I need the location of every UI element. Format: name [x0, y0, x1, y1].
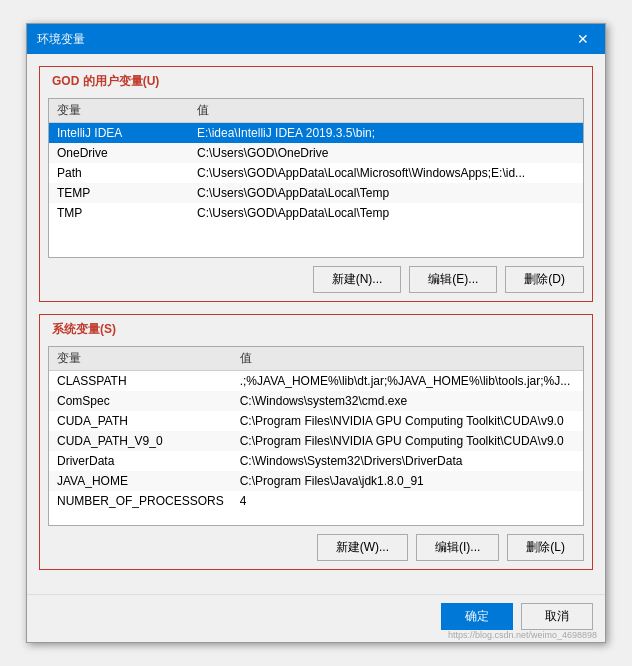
sys-table-row[interactable]: ComSpecC:\Windows\system32\cmd.exe: [49, 391, 583, 411]
watermark: https://blog.csdn.net/weimo_4698898: [448, 630, 597, 640]
user-var-cell: TEMP: [49, 183, 189, 203]
sys-val-cell: C:\Program Files\NVIDIA GPU Computing To…: [232, 411, 583, 431]
user-val-cell: C:\Users\GOD\AppData\Local\Microsoft\Win…: [189, 163, 583, 183]
sys-var-cell: CUDA_PATH: [49, 411, 232, 431]
sys-var-cell: ComSpec: [49, 391, 232, 411]
user-table-header-row: 变量 值: [49, 99, 583, 123]
user-var-cell: Path: [49, 163, 189, 183]
user-buttons-row: 新建(N)... 编辑(E)... 删除(D): [48, 266, 584, 293]
sys-val-cell: C:\Program Files\Java\jdk1.8.0_91: [232, 471, 583, 491]
user-variables-table: 变量 值 IntelliJ IDEAE:\idea\IntelliJ IDEA …: [49, 99, 583, 223]
sys-variables-table-container[interactable]: 变量 值 CLASSPATH.;%JAVA_HOME%\lib\dt.jar;%…: [48, 346, 584, 526]
user-val-cell: C:\Users\GOD\AppData\Local\Temp: [189, 203, 583, 223]
cancel-button[interactable]: 取消: [521, 603, 593, 630]
user-col-var-header: 变量: [49, 99, 189, 123]
sys-var-cell: JAVA_HOME: [49, 471, 232, 491]
user-table-row[interactable]: TMPC:\Users\GOD\AppData\Local\Temp: [49, 203, 583, 223]
user-var-cell: TMP: [49, 203, 189, 223]
confirm-button[interactable]: 确定: [441, 603, 513, 630]
sys-variables-table: 变量 值 CLASSPATH.;%JAVA_HOME%\lib\dt.jar;%…: [49, 347, 583, 511]
sys-table-row[interactable]: DriverDataC:\Windows\System32\Drivers\Dr…: [49, 451, 583, 471]
sys-table-row[interactable]: CUDA_PATH_V9_0C:\Program Files\NVIDIA GP…: [49, 431, 583, 451]
sys-variables-section: 系统变量(S) 变量 值 CLASSPATH.;%JAVA_HOME%\lib\…: [39, 314, 593, 570]
sys-val-cell: C:\Program Files\NVIDIA GPU Computing To…: [232, 431, 583, 451]
environment-variables-dialog: 环境变量 ✕ GOD 的用户变量(U) 变量 值 IntelliJ IDEAE:…: [26, 23, 606, 643]
sys-section-label: 系统变量(S): [48, 319, 120, 340]
sys-var-cell: NUMBER_OF_PROCESSORS: [49, 491, 232, 511]
user-table-row[interactable]: IntelliJ IDEAE:\idea\IntelliJ IDEA 2019.…: [49, 123, 583, 144]
sys-new-button[interactable]: 新建(W)...: [317, 534, 408, 561]
user-table-row[interactable]: TEMPC:\Users\GOD\AppData\Local\Temp: [49, 183, 583, 203]
sys-buttons-row: 新建(W)... 编辑(I)... 删除(L): [48, 534, 584, 561]
sys-val-cell: C:\Windows\System32\Drivers\DriverData: [232, 451, 583, 471]
user-section-label: GOD 的用户变量(U): [48, 71, 163, 92]
user-val-cell: C:\Users\GOD\AppData\Local\Temp: [189, 183, 583, 203]
user-val-cell: E:\idea\IntelliJ IDEA 2019.3.5\bin;: [189, 123, 583, 144]
sys-table-row[interactable]: JAVA_HOMEC:\Program Files\Java\jdk1.8.0_…: [49, 471, 583, 491]
sys-var-cell: CLASSPATH: [49, 371, 232, 392]
user-table-body: IntelliJ IDEAE:\idea\IntelliJ IDEA 2019.…: [49, 123, 583, 224]
sys-var-cell: CUDA_PATH_V9_0: [49, 431, 232, 451]
close-button[interactable]: ✕: [571, 30, 595, 48]
user-table-row[interactable]: OneDriveC:\Users\GOD\OneDrive: [49, 143, 583, 163]
sys-col-var-header: 变量: [49, 347, 232, 371]
user-val-cell: C:\Users\GOD\OneDrive: [189, 143, 583, 163]
sys-val-cell: .;%JAVA_HOME%\lib\dt.jar;%JAVA_HOME%\lib…: [232, 371, 583, 392]
sys-var-cell: DriverData: [49, 451, 232, 471]
sys-table-row[interactable]: CLASSPATH.;%JAVA_HOME%\lib\dt.jar;%JAVA_…: [49, 371, 583, 392]
sys-col-val-header: 值: [232, 347, 583, 371]
user-table-row[interactable]: PathC:\Users\GOD\AppData\Local\Microsoft…: [49, 163, 583, 183]
sys-table-row[interactable]: CUDA_PATHC:\Program Files\NVIDIA GPU Com…: [49, 411, 583, 431]
sys-delete-button[interactable]: 删除(L): [507, 534, 584, 561]
user-edit-button[interactable]: 编辑(E)...: [409, 266, 497, 293]
user-variables-table-container[interactable]: 变量 值 IntelliJ IDEAE:\idea\IntelliJ IDEA …: [48, 98, 584, 258]
user-col-val-header: 值: [189, 99, 583, 123]
sys-edit-button[interactable]: 编辑(I)...: [416, 534, 499, 561]
sys-val-cell: C:\Windows\system32\cmd.exe: [232, 391, 583, 411]
user-variables-section: GOD 的用户变量(U) 变量 值 IntelliJ IDEAE:\idea\I…: [39, 66, 593, 302]
title-bar: 环境变量 ✕: [27, 24, 605, 54]
sys-table-header-row: 变量 值: [49, 347, 583, 371]
user-delete-button[interactable]: 删除(D): [505, 266, 584, 293]
sys-table-body: CLASSPATH.;%JAVA_HOME%\lib\dt.jar;%JAVA_…: [49, 371, 583, 512]
dialog-title: 环境变量: [37, 31, 85, 48]
sys-val-cell: 4: [232, 491, 583, 511]
user-var-cell: OneDrive: [49, 143, 189, 163]
dialog-body: GOD 的用户变量(U) 变量 值 IntelliJ IDEAE:\idea\I…: [27, 54, 605, 594]
sys-table-row[interactable]: NUMBER_OF_PROCESSORS4: [49, 491, 583, 511]
user-new-button[interactable]: 新建(N)...: [313, 266, 402, 293]
user-var-cell: IntelliJ IDEA: [49, 123, 189, 144]
